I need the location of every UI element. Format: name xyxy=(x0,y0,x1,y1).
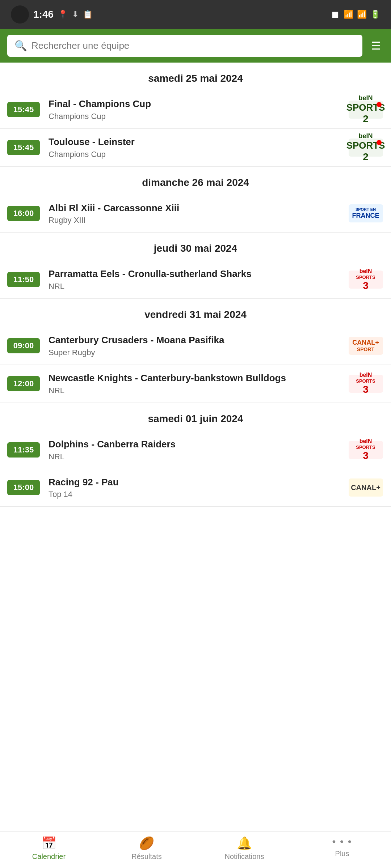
date-header-3: vendredi 31 mai 2024 xyxy=(0,299,391,327)
wifi-icon: 📶 xyxy=(344,10,353,19)
channel-logo-bein3: beIN SPORTS 3 xyxy=(349,375,383,393)
main-content: samedi 25 mai 2024 15:45 Final - Champio… xyxy=(0,63,391,557)
match-time: 15:45 xyxy=(7,140,40,155)
match-time: 15:00 xyxy=(7,480,40,495)
match-title: Dolphins - Canberra Raiders xyxy=(49,438,342,451)
battery-icon: 🔋 xyxy=(370,10,380,19)
signal-icon: 📶 xyxy=(357,10,367,19)
channel-logo-bein1: beIN SPORTS 2 xyxy=(349,139,383,157)
date-header-4: samedi 01 juin 2024 xyxy=(0,403,391,431)
channel-logo-wrapper: beIN SPORTS 3 xyxy=(348,270,384,290)
search-input-wrapper[interactable]: 🔍 xyxy=(7,35,362,57)
match-time: 09:00 xyxy=(7,338,40,353)
match-title: Canterbury Crusaders - Moana Pasifika xyxy=(49,334,342,346)
search-icon: 🔍 xyxy=(14,40,27,52)
match-info: Newcastle Knights - Canterbury-bankstown… xyxy=(49,372,342,395)
match-title: Newcastle Knights - Canterbury-bankstown… xyxy=(49,372,342,384)
channel-logo-wrapper: beIN SPORTS 2 xyxy=(348,137,384,157)
status-circle-icon xyxy=(11,5,29,24)
table-row[interactable]: 11:50 Parramatta Eels - Cronulla-sutherl… xyxy=(0,261,391,299)
match-title: Albi Rl Xiii - Carcassonne Xiii xyxy=(49,202,342,214)
table-row[interactable]: 15:45 Toulouse - Leinster Champions Cup … xyxy=(0,129,391,167)
table-row[interactable]: 15:45 Final - Champions Cup Champions Cu… xyxy=(0,91,391,129)
status-bar: 1:46 📍 ⬇ 📋 ⏹ 📶 📶 🔋 xyxy=(0,0,391,29)
match-info: Racing 92 - Pau Top 14 xyxy=(49,476,342,499)
channel-logo-canal: CANAL+ xyxy=(349,478,383,497)
channel-logo-bein3: beIN SPORTS 3 xyxy=(349,271,383,289)
match-competition: Champions Cup xyxy=(49,112,342,121)
download-icon: ⬇ xyxy=(72,10,79,19)
match-title: Toulouse - Leinster xyxy=(49,136,342,148)
channel-logo-wrapper: CANAL+ SPORT xyxy=(348,336,384,356)
filter-icon: ☰ xyxy=(371,40,381,52)
notification-center-icon: ⏹ xyxy=(331,9,340,20)
match-competition: Top 14 xyxy=(49,490,342,499)
match-info: Dolphins - Canberra Raiders NRL xyxy=(49,438,342,461)
channel-logo-sport-france: SPORT EN FRANCE xyxy=(349,204,383,222)
channel-logo-wrapper: CANAL+ xyxy=(348,478,384,498)
match-info: Final - Champions Cup Champions Cup xyxy=(49,98,342,121)
table-row[interactable]: 12:00 Newcastle Knights - Canterbury-ban… xyxy=(0,365,391,403)
channel-logo-wrapper: beIN SPORTS 3 xyxy=(348,440,384,460)
match-info: Canterbury Crusaders - Moana Pasifika Su… xyxy=(49,334,342,357)
match-competition: Rugby XIII xyxy=(49,216,342,225)
match-competition: NRL xyxy=(49,282,342,291)
match-title: Final - Champions Cup xyxy=(49,98,342,110)
table-row[interactable]: 09:00 Canterbury Crusaders - Moana Pasif… xyxy=(0,327,391,365)
table-row[interactable]: 11:35 Dolphins - Canberra Raiders NRL be… xyxy=(0,431,391,469)
match-info: Parramatta Eels - Cronulla-sutherland Sh… xyxy=(49,268,342,291)
status-time: 1:46 xyxy=(33,9,54,20)
search-input[interactable] xyxy=(31,40,355,51)
table-row[interactable]: 15:00 Racing 92 - Pau Top 14 CANAL+ xyxy=(0,469,391,507)
channel-logo-bein3: beIN SPORTS 3 xyxy=(349,441,383,459)
match-competition: Super Rugby xyxy=(49,348,342,357)
match-time: 15:45 xyxy=(7,102,40,117)
match-time: 11:50 xyxy=(7,272,40,287)
filter-button[interactable]: ☰ xyxy=(368,37,384,55)
match-info: Albi Rl Xiii - Carcassonne Xiii Rugby XI… xyxy=(49,202,342,225)
date-header-2: jeudi 30 mai 2024 xyxy=(0,233,391,261)
sim-icon: 📋 xyxy=(83,10,93,19)
match-competition: NRL xyxy=(49,452,342,461)
match-time: 11:35 xyxy=(7,442,40,458)
match-info: Toulouse - Leinster Champions Cup xyxy=(49,136,342,159)
location-icon: 📍 xyxy=(58,10,68,19)
match-time: 12:00 xyxy=(7,376,40,391)
channel-logo-bein1: beIN SPORTS 2 xyxy=(349,101,383,119)
date-header-1: dimanche 26 mai 2024 xyxy=(0,167,391,195)
channel-logo-wrapper: beIN SPORTS 2 xyxy=(348,99,384,119)
table-row[interactable]: 16:00 Albi Rl Xiii - Carcassonne Xiii Ru… xyxy=(0,195,391,233)
match-title: Parramatta Eels - Cronulla-sutherland Sh… xyxy=(49,268,342,280)
date-header-0: samedi 25 mai 2024 xyxy=(0,63,391,91)
match-competition: Champions Cup xyxy=(49,150,342,159)
status-left: 1:46 📍 ⬇ 📋 xyxy=(11,5,93,24)
match-time: 16:00 xyxy=(7,206,40,221)
channel-logo-wrapper: beIN SPORTS 3 xyxy=(348,374,384,393)
status-right: ⏹ 📶 📶 🔋 xyxy=(331,9,380,20)
channel-logo-canal-sport: CANAL+ SPORT xyxy=(349,337,383,355)
search-bar: 🔍 ☰ xyxy=(0,29,391,63)
channel-logo-wrapper: SPORT EN FRANCE xyxy=(348,204,384,224)
match-competition: NRL xyxy=(49,386,342,395)
match-title: Racing 92 - Pau xyxy=(49,476,342,489)
